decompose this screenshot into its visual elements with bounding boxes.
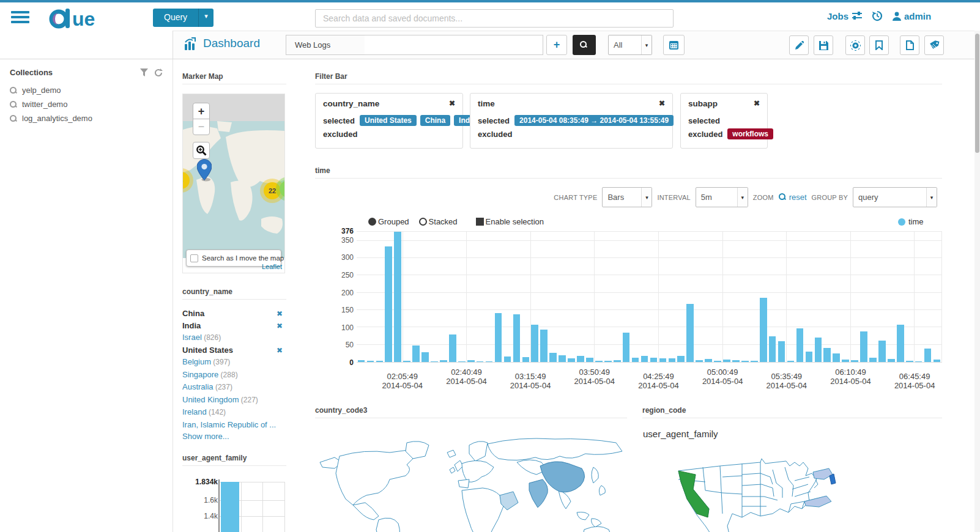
- jobs-link[interactable]: Jobs: [827, 11, 862, 21]
- time-chart-plot[interactable]: [357, 231, 942, 363]
- dashboard-title[interactable]: Dashboard: [184, 37, 260, 50]
- query-button-label[interactable]: Query: [153, 9, 198, 27]
- facet-selected-label[interactable]: India: [182, 321, 201, 330]
- facet-link[interactable]: Belgium: [182, 357, 211, 366]
- map-zoom-box-button[interactable]: [193, 142, 210, 159]
- chart-type-select[interactable]: Bars ▾: [602, 187, 652, 207]
- series-dot-icon: [898, 218, 905, 226]
- query-split-button[interactable]: Query ▾: [153, 9, 213, 27]
- stacked-radio[interactable]: Stacked: [419, 217, 458, 226]
- close-icon[interactable]: ✖: [754, 99, 760, 108]
- gridline: [357, 327, 941, 327]
- grouped-radio[interactable]: Grouped: [368, 217, 409, 226]
- time-bar: [540, 330, 548, 362]
- collection-item[interactable]: log_analytics_demo: [0, 111, 173, 125]
- leaflet-attribution-link[interactable]: Leaflet: [262, 263, 282, 270]
- sidebar-toolbar: [0, 31, 173, 59]
- excluded-value-pill[interactable]: workflows: [727, 128, 773, 139]
- close-icon[interactable]: ✖: [659, 99, 665, 108]
- refresh-icon[interactable]: [154, 68, 163, 77]
- facet-count: (237): [213, 383, 232, 391]
- hamburger-menu-icon[interactable]: [11, 11, 29, 24]
- add-query-button[interactable]: +: [546, 35, 567, 55]
- time-bar: [934, 360, 941, 362]
- scrollbar-thumb[interactable]: [975, 34, 979, 153]
- time-bar: [686, 304, 694, 362]
- enable-selection-label: Enable selection: [486, 217, 544, 226]
- world-choropleth-map[interactable]: [315, 427, 624, 532]
- bookmark-button[interactable]: [869, 35, 889, 55]
- facet-link[interactable]: Singapore: [182, 370, 218, 379]
- facet-link[interactable]: Iran, Islamic Republic of ...: [182, 420, 276, 429]
- collection-item[interactable]: yelp_demo: [0, 83, 173, 97]
- time-bar: [714, 361, 721, 362]
- time-bar: [403, 361, 410, 362]
- filter-funnel-icon[interactable]: [140, 68, 148, 76]
- x-tick-time: 03:50:49: [574, 368, 615, 377]
- interval-select[interactable]: 5m ▾: [696, 187, 748, 207]
- facet-link[interactable]: United Kingdom: [182, 395, 239, 404]
- user-menu[interactable]: admin: [893, 11, 931, 21]
- time-bar: [376, 361, 384, 362]
- collection-item[interactable]: twitter_demo: [0, 97, 173, 111]
- time-series-legend[interactable]: time: [898, 217, 924, 226]
- time-bar: [440, 360, 447, 362]
- settings-button[interactable]: [845, 35, 865, 55]
- scope-select[interactable]: All ▾: [608, 35, 652, 55]
- tags-button[interactable]: [924, 35, 944, 55]
- global-search-input[interactable]: [315, 9, 674, 28]
- show-more-link[interactable]: Show more...: [182, 432, 229, 441]
- facet-link[interactable]: Australia: [182, 382, 213, 391]
- zoom-reset-link[interactable]: reset: [789, 193, 807, 202]
- filter-field-name: time: [478, 99, 659, 108]
- facet-link[interactable]: Ireland: [182, 407, 207, 416]
- page-scrollbar[interactable]: [974, 31, 980, 532]
- remove-facet-icon[interactable]: ✖: [277, 320, 283, 333]
- filter-card: subapp✖selectedexcludedworkflows: [680, 93, 768, 149]
- hue-logo[interactable]: ue: [49, 7, 110, 29]
- edit-dashboard-button[interactable]: [789, 35, 809, 55]
- time-bar: [614, 360, 621, 362]
- new-document-button[interactable]: [900, 35, 919, 55]
- remove-facet-icon[interactable]: ✖: [277, 345, 283, 357]
- enable-selection-checkbox[interactable]: Enable selection: [476, 217, 544, 226]
- save-dashboard-button[interactable]: [814, 35, 833, 55]
- time-bar: [449, 334, 456, 362]
- time-bar: [677, 356, 685, 362]
- map-zoom-in-button[interactable]: +: [193, 103, 210, 119]
- time-bar: [906, 361, 913, 362]
- gridline: [466, 232, 467, 362]
- dashboard-query-input[interactable]: [365, 35, 543, 55]
- map-zoom-out-button[interactable]: −: [193, 119, 210, 135]
- selected-value-pill[interactable]: United States: [360, 115, 417, 126]
- query-caret-icon[interactable]: ▾: [198, 9, 213, 27]
- zoom-out-magnifier-icon[interactable]: [779, 193, 787, 201]
- magnifier-plus-icon: [196, 145, 207, 156]
- close-icon[interactable]: ✖: [449, 99, 455, 108]
- marker-map[interactable]: 5222 + − Search as I move the map Leafle…: [183, 94, 284, 273]
- facet-row: Australia (237): [182, 381, 286, 394]
- zoom-in-label: +: [198, 105, 205, 117]
- selected-value-pill[interactable]: China: [420, 115, 450, 126]
- remove-facet-icon[interactable]: ✖: [277, 308, 283, 320]
- selected-value-pill[interactable]: 2014-05-04 08:35:49 → 2014-05-04 13:55:4…: [514, 115, 674, 126]
- search-as-move-checkbox[interactable]: [190, 254, 198, 262]
- group-by-select[interactable]: query ▾: [853, 187, 937, 207]
- facet-selected-label[interactable]: China: [182, 309, 204, 318]
- map-marker-pin[interactable]: [197, 159, 212, 182]
- time-bar: [595, 361, 603, 362]
- date-range-button[interactable]: [663, 35, 685, 55]
- chevron-down-icon: ▾: [737, 188, 748, 207]
- us-choropleth-map[interactable]: [669, 445, 866, 532]
- search-execute-button[interactable]: [573, 35, 596, 55]
- facet-count: (227): [239, 396, 258, 404]
- mini-y-tick-label: 1.834k: [186, 478, 218, 486]
- time-bar: [531, 325, 538, 362]
- user-agent-mini-chart[interactable]: 1.834k1.6k1.4k: [184, 477, 286, 532]
- facet-link[interactable]: Israel: [182, 333, 202, 342]
- collection-selector[interactable]: Web Logs: [286, 35, 365, 55]
- x-tick-date: 2014-05-04: [702, 377, 743, 386]
- history-icon[interactable]: [872, 10, 883, 21]
- gridline: [914, 232, 915, 362]
- facet-selected-label[interactable]: United States: [182, 345, 233, 355]
